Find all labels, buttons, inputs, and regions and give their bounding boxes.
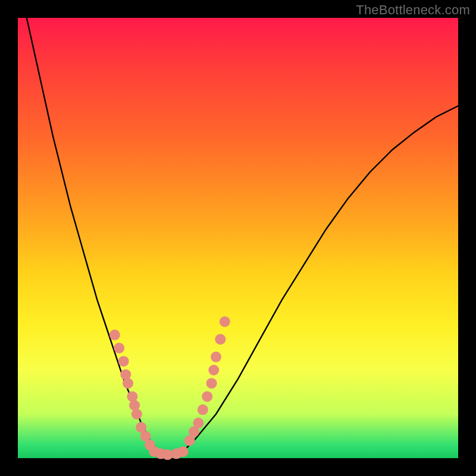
data-point	[118, 356, 129, 367]
data-point	[114, 343, 124, 353]
data-point	[198, 405, 208, 415]
plot-area	[18, 18, 458, 458]
data-point	[211, 352, 221, 362]
scatter-dots	[109, 317, 230, 460]
curve-svg	[18, 18, 458, 458]
data-point	[178, 446, 189, 457]
data-point	[220, 317, 230, 327]
data-point	[206, 378, 217, 389]
data-point	[123, 378, 133, 389]
data-point	[215, 334, 226, 345]
bottleneck-curve	[27, 18, 458, 456]
data-point	[193, 418, 203, 428]
watermark-text: TheBottleneck.com	[356, 2, 470, 18]
data-point	[109, 330, 120, 340]
data-point	[202, 391, 212, 402]
data-point	[208, 365, 219, 375]
chart-stage: TheBottleneck.com	[0, 0, 476, 476]
data-point	[131, 409, 142, 419]
